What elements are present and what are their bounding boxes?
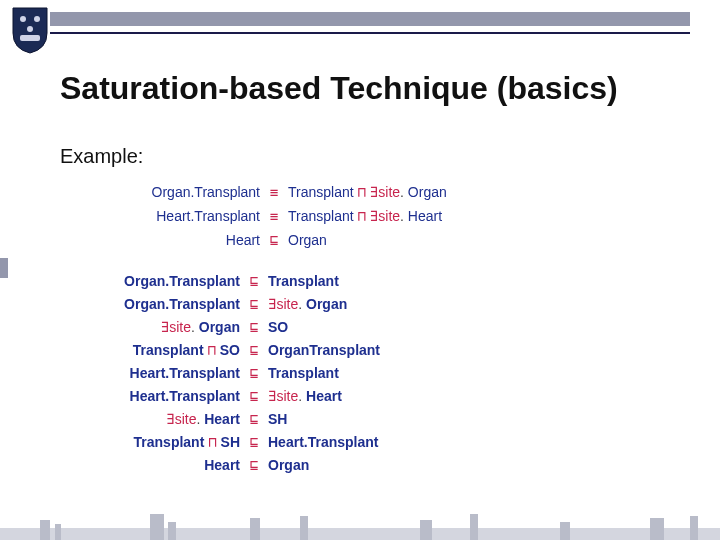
axiom-row: ∃site. Heart⊑SH: [60, 408, 380, 431]
axiom-row: Heart⊑Organ: [80, 228, 447, 252]
slide-title: Saturation-based Technique (basics): [60, 70, 700, 107]
axiom-row: Heart.Transplant⊑Transplant: [60, 362, 380, 385]
axiom-row: Heart⊑Organ: [60, 454, 380, 477]
axiom-row: Heart.Transplant⊑∃site. Heart: [60, 385, 380, 408]
svg-point-0: [20, 16, 26, 22]
slide: Saturation-based Technique (basics) Exam…: [0, 0, 720, 540]
axioms-original: Organ.Transplant≡Transplant ⊓ ∃site. Org…: [80, 180, 447, 252]
svg-point-2: [27, 26, 33, 32]
axiom-row: Transplant ⊓ SH⊑Heart.Transplant: [60, 431, 380, 454]
axioms-normalized: Organ.Transplant⊑TransplantOrgan.Transpl…: [60, 270, 380, 477]
university-crest-icon: [10, 5, 50, 55]
example-label: Example:: [60, 145, 143, 168]
svg-point-1: [34, 16, 40, 22]
axiom-row: Organ.Transplant⊑∃site. Organ: [60, 293, 380, 316]
axiom-row: Organ.Transplant≡Transplant ⊓ ∃site. Org…: [80, 180, 447, 204]
axiom-row: Organ.Transplant⊑Transplant: [60, 270, 380, 293]
header-underline: [50, 32, 690, 34]
axiom-row: ∃site. Organ⊑SO: [60, 316, 380, 339]
footer-skyline: [0, 512, 720, 540]
axiom-row: Heart.Transplant≡Transplant ⊓ ∃site. Hea…: [80, 204, 447, 228]
side-accent: [0, 258, 8, 278]
axiom-row: Transplant ⊓ SO⊑OrganTransplant: [60, 339, 380, 362]
svg-rect-3: [20, 35, 40, 41]
header-bar: [50, 12, 690, 26]
